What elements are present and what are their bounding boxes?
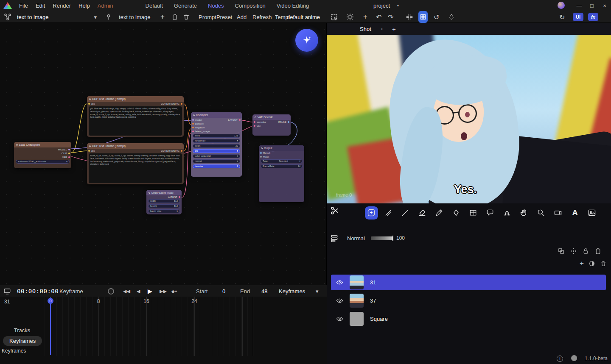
template-select[interactable]: default anime (287, 11, 320, 23)
seed-widget[interactable]: seed123 (193, 134, 240, 138)
type-widget[interactable]: TypeSelected▾ (261, 159, 303, 163)
opacity-handle[interactable] (392, 236, 393, 241)
latent-input-port[interactable] (192, 131, 194, 132)
panel-grid-tool[interactable] (467, 206, 480, 220)
menu-render[interactable]: Render (49, 3, 75, 9)
add-shot-button[interactable]: + (392, 25, 396, 33)
tab-video-editing[interactable]: Video Editing (271, 3, 314, 9)
tab-shot[interactable]: Shot (360, 26, 371, 32)
zoom-tool[interactable] (535, 206, 548, 220)
keyframes-tab[interactable]: Keyframes (3, 336, 42, 346)
prompt-text-widget[interactable]: girl, blue hair, blunt bangs, shy, sleep… (89, 106, 182, 136)
pen-tool[interactable] (433, 206, 446, 220)
grid-snap-icon[interactable] (418, 11, 428, 23)
height-widget[interactable]: height512 (148, 204, 180, 208)
tab-nodes[interactable]: Nodes (202, 3, 230, 9)
clipboard-icon[interactable] (171, 11, 178, 23)
workflow-select[interactable]: text to image ▾ (17, 11, 97, 23)
control-after-generate-widget[interactable]: randomize▾ (193, 139, 240, 143)
conditioning-port[interactable] (181, 150, 182, 152)
denoise-widget[interactable]: denoise1 (193, 164, 240, 168)
hand-tool[interactable] (518, 206, 531, 220)
refresh-view-icon[interactable]: ↻ (559, 11, 565, 23)
record-button[interactable] (108, 285, 114, 297)
add-keyframe-button[interactable]: ◆+ (171, 285, 177, 297)
layer-row-37[interactable]: 37 (331, 293, 606, 308)
model-port[interactable] (68, 149, 70, 150)
collapse-dot-icon[interactable] (193, 114, 195, 116)
blend-mode-select[interactable]: Normal (347, 232, 365, 244)
clip-input-port[interactable] (88, 150, 90, 152)
marker-tool[interactable] (450, 206, 463, 220)
clipboard-icon[interactable] (594, 247, 602, 255)
tab-default[interactable]: Default (140, 3, 168, 9)
prompt-preset-button[interactable]: PromptPreset (199, 11, 232, 23)
speech-bubble-tool[interactable] (484, 206, 497, 220)
result-input-port[interactable] (260, 152, 262, 154)
play-button[interactable]: ▶ (148, 285, 152, 297)
prev-frame-button[interactable]: ◀ (137, 285, 140, 297)
history-icon[interactable]: ↺ (434, 11, 439, 23)
eraser-tool[interactable] (416, 206, 429, 220)
positive-input-port[interactable] (192, 123, 194, 125)
node-vae-decode[interactable]: VAE Decode samples IMAGE vae (252, 114, 291, 136)
node-output[interactable]: Output Result Mask TypeSelected▾ FrameRa… (259, 145, 304, 202)
timeline-tracks-area[interactable]: 31 8 16 24 0 Tracks Keyframes Keyframes (0, 297, 327, 364)
cfg-widget[interactable]: cfg8 (193, 149, 240, 153)
shot-preview-canvas[interactable]: Yes. frame 0 (327, 35, 611, 203)
node-ksampler[interactable]: KSampler model LATENT positive negative … (191, 112, 242, 177)
negative-prompt-text-widget[interactable]: score_4_up, score_5_up, score_6_up, lowr… (89, 153, 182, 183)
pin-icon[interactable] (105, 11, 112, 23)
maximize-button[interactable]: □ (586, 0, 598, 11)
adjustment-icon[interactable] (589, 260, 595, 267)
clip-input-port[interactable] (88, 103, 90, 105)
user-avatar[interactable] (558, 2, 565, 9)
layer-row-31[interactable]: 31 (331, 275, 606, 290)
vae-port[interactable] (68, 156, 70, 158)
refresh-button[interactable]: Refresh (252, 11, 272, 23)
alpha-lock-icon[interactable] (558, 247, 565, 255)
ckpt-name-widget[interactable]: autismmixSDXL_autismmixPony.safetensors▾ (16, 160, 70, 164)
minimize-button[interactable]: — (573, 0, 586, 11)
image-port[interactable] (288, 121, 289, 123)
menu-file[interactable]: File (15, 3, 32, 9)
trash-icon[interactable] (183, 11, 190, 23)
playhead[interactable] (50, 297, 51, 355)
node-load-checkpoint[interactable]: Load Checkpoint MODEL CLIP VAE autismmix… (14, 142, 71, 168)
image-tool[interactable] (586, 206, 599, 220)
scheduler-widget[interactable]: normal▾ (193, 159, 240, 163)
start-value[interactable]: 0 (222, 285, 225, 297)
delete-layer-icon[interactable] (600, 260, 607, 267)
add-layer-button[interactable]: + (580, 259, 584, 268)
mix-brush-tool[interactable] (382, 206, 395, 220)
negative-input-port[interactable] (192, 127, 194, 128)
visibility-eye-icon[interactable] (336, 315, 343, 322)
node-clip-text-encode-negative[interactable]: CLIP Text Encode (Prompt) clip CONDITION… (87, 143, 184, 184)
vae-input-port[interactable] (254, 125, 255, 127)
menu-admin[interactable]: Admin (94, 3, 117, 9)
add-button[interactable]: Add (237, 11, 247, 23)
timeline-mode-select[interactable]: Keyframes (279, 285, 305, 297)
ui-toggle-button[interactable]: UI (573, 13, 583, 21)
box-select-icon[interactable] (330, 11, 338, 23)
tab-composition[interactable]: Composition (230, 3, 271, 9)
layer-panel-icon[interactable] (330, 232, 339, 244)
collapse-dot-icon[interactable] (16, 144, 18, 146)
line-tool[interactable] (399, 206, 412, 220)
tracks-tab[interactable]: Tracks (8, 327, 36, 333)
timeline-grid[interactable] (45, 297, 253, 356)
collapse-dot-icon[interactable] (89, 98, 91, 100)
redo-icon[interactable]: ↷ (388, 11, 393, 23)
latent-port[interactable] (239, 119, 241, 121)
menu-help[interactable]: Help (75, 3, 94, 9)
generate-tool[interactable] (365, 206, 378, 220)
node-editor-canvas[interactable]: Load Checkpoint MODEL CLIP VAE autismmix… (0, 23, 327, 285)
visibility-eye-icon[interactable] (336, 279, 343, 286)
tab-generate[interactable]: Generate (168, 3, 202, 9)
layer-row-square[interactable]: Square (331, 311, 606, 327)
latent-port[interactable] (179, 196, 180, 198)
undo-icon[interactable]: ↶ (376, 11, 381, 23)
close-button[interactable]: × (598, 0, 611, 11)
playhead-handle[interactable]: 0 (48, 298, 53, 304)
samples-input-port[interactable] (254, 121, 255, 123)
